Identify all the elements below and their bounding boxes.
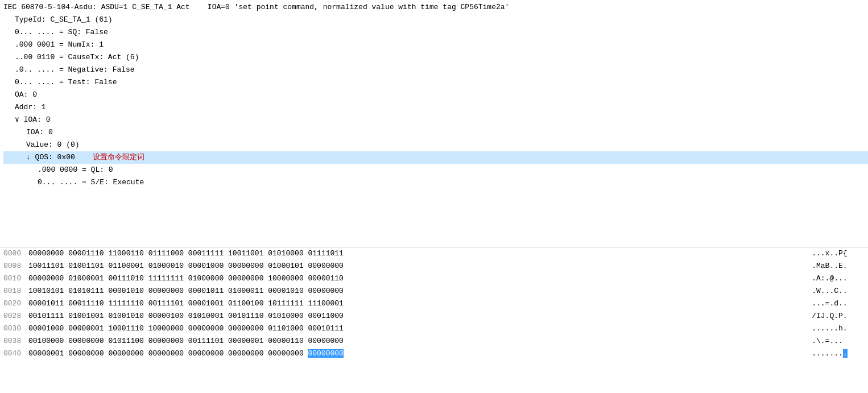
hex-bytes: 00001000 00000001 10001110 10000000 0000… xyxy=(28,322,794,335)
tree-line: ..00 0110 = CauseTx: Act (6) xyxy=(3,51,868,64)
hex-ascii: ......h. xyxy=(794,322,868,335)
hex-row: 003000001000 00000001 10001110 10000000 … xyxy=(0,322,868,335)
hex-bytes: 00000000 01000001 00111010 11111111 0100… xyxy=(28,272,794,285)
hex-offset: 0030 xyxy=(0,322,28,335)
hex-ascii: .A:.@... xyxy=(794,272,868,285)
hex-ascii: ...=.d.. xyxy=(794,297,868,310)
hex-selected-byte: 00000000 xyxy=(308,349,343,358)
hex-bytes: 00001011 00011110 11111110 00111101 0000… xyxy=(28,297,794,310)
hex-bytes: 00100000 00000000 01011100 00000000 0011… xyxy=(28,335,794,348)
tree-line: 0... .... = SQ: False xyxy=(3,26,868,39)
tree-line: .0.. .... = Negative: False xyxy=(3,64,868,76)
hex-dump-panel: 000000000000 00001110 11000110 01111000 … xyxy=(0,247,868,393)
tree-line: ↓ QOS: 0x00 设置命令限定词 xyxy=(3,151,868,164)
tree-line: OA: 0 xyxy=(3,89,868,101)
hex-offset: 0028 xyxy=(0,310,28,322)
ascii-selected-char: . xyxy=(843,349,848,358)
qos-label: 设置命令限定词 xyxy=(93,153,144,162)
tree-line: .000 0000 = QL: 0 xyxy=(3,164,868,176)
hex-offset: 0008 xyxy=(0,260,28,272)
tree-line: ∨ IOA: 0 xyxy=(3,114,868,126)
hex-bytes: 10011101 01001101 01100001 01000010 0000… xyxy=(28,260,794,272)
hex-row: 001810010101 01010111 00001010 00000000 … xyxy=(0,285,868,297)
hex-offset: 0018 xyxy=(0,285,28,297)
hex-bytes: 00000000 00001110 11000110 01111000 0001… xyxy=(28,247,794,260)
hex-offset: 0000 xyxy=(0,247,28,260)
hex-row: 004000000001 00000000 00000000 00000000 … xyxy=(0,348,868,360)
hex-ascii: ...x..P{ xyxy=(794,247,868,260)
tree-line: Addr: 1 xyxy=(3,101,868,114)
hex-ascii: .\.=... xyxy=(794,335,868,348)
tree-line: .000 0001 = NumIx: 1 xyxy=(3,39,868,51)
hex-offset: 0010 xyxy=(0,272,28,285)
tree-line: TypeId: C_SE_TA_1 (61) xyxy=(3,14,868,26)
tree-line: 0... .... = S/E: Execute xyxy=(3,176,868,189)
hex-ascii: .MaB..E. xyxy=(794,260,868,272)
hex-ascii: /IJ.Q.P. xyxy=(794,310,868,322)
hex-row: 002000001011 00011110 11111110 00111101 … xyxy=(0,297,868,310)
hex-row: 001000000000 01000001 00111010 11111111 … xyxy=(0,272,868,285)
hex-row: 002800101111 01001001 01001010 00000100 … xyxy=(0,310,868,322)
hex-bytes: 10010101 01010111 00001010 00000000 0000… xyxy=(28,285,794,297)
hex-bytes: 00101111 01001001 01001010 00000100 0101… xyxy=(28,310,794,322)
hex-bytes: 00000001 00000000 00000000 00000000 0000… xyxy=(28,348,794,360)
hex-row: 003800100000 00000000 01011100 00000000 … xyxy=(0,335,868,348)
hex-row: 000000000000 00001110 11000110 01111000 … xyxy=(0,247,868,260)
protocol-tree-panel: IEC 60870-5-104-Asdu: ASDU=1 C_SE_TA_1 A… xyxy=(0,0,868,247)
hex-offset: 0038 xyxy=(0,335,28,348)
hex-row: 000810011101 01001101 01100001 01000010 … xyxy=(0,260,868,272)
tree-line: IOA: 0 xyxy=(3,126,868,139)
tree-line: 0... .... = Test: False xyxy=(3,76,868,89)
tree-line: Value: 0 (0) xyxy=(3,139,868,151)
hex-offset: 0040 xyxy=(0,348,28,360)
tree-line: IEC 60870-5-104-Asdu: ASDU=1 C_SE_TA_1 A… xyxy=(3,1,868,14)
hex-ascii: .W...C.. xyxy=(794,285,868,297)
hex-offset: 0020 xyxy=(0,297,28,310)
hex-ascii: ........ xyxy=(794,348,868,360)
